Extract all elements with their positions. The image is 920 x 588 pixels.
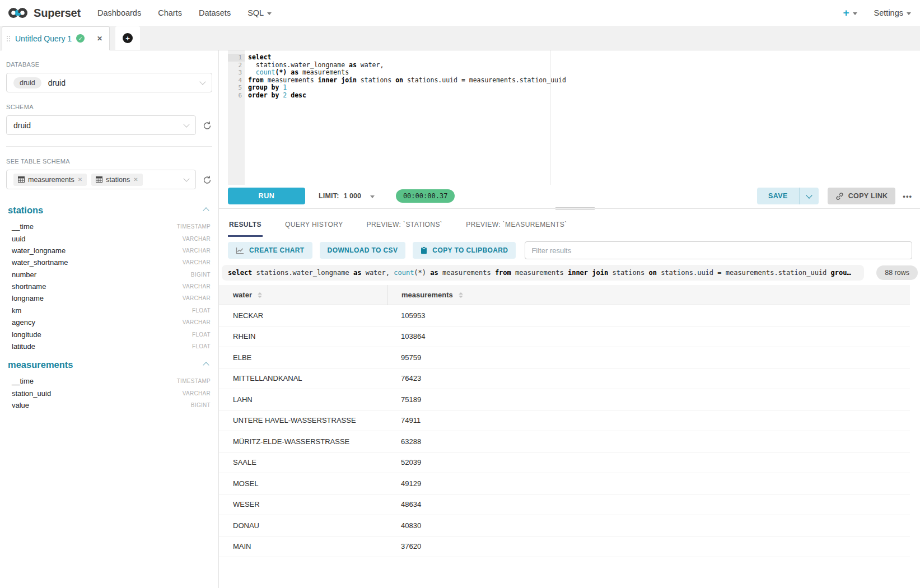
cell-measurements: 49129 (387, 479, 910, 488)
editor-gutter: 123456 (228, 50, 245, 185)
column-row: longitudeFLOAT (6, 328, 212, 340)
table-icon (18, 176, 25, 183)
table-row: UNTERE HAVEL-WASSERSTRASSE74911 (219, 410, 910, 432)
create-chart-button[interactable]: CREATE CHART (228, 242, 312, 259)
column-name: uuid (12, 235, 26, 243)
column-row: longnameVARCHAR (6, 292, 212, 304)
nav-item-sql[interactable]: SQL (247, 8, 272, 17)
cell-water: RHEIN (219, 332, 387, 340)
tab-preview-stations[interactable]: PREVIEW: `STATIONS` (366, 215, 444, 237)
chevron-down-icon (267, 12, 272, 15)
table-chip-stations[interactable]: stations ✕ (91, 174, 142, 186)
chevron-down-icon (907, 12, 911, 15)
nav-item-datasets[interactable]: Datasets (199, 8, 231, 17)
column-row: water_shortnameVARCHAR (6, 256, 212, 268)
column-row: uuidVARCHAR (6, 232, 212, 244)
superset-logo[interactable]: Superset (7, 6, 81, 20)
column-type: VARCHAR (183, 259, 211, 265)
schema-value: druid (13, 121, 31, 130)
close-tab-icon[interactable]: ✕ (97, 35, 102, 43)
collapse-icon[interactable] (203, 362, 209, 368)
column-type: TIMESTAMP (177, 223, 211, 230)
remove-chip-icon[interactable]: ✕ (133, 176, 138, 183)
column-name: __time (12, 377, 34, 385)
column-header-measurements[interactable]: measurements (387, 285, 910, 305)
chevron-down-icon (199, 78, 206, 85)
column-row: station_uuidVARCHAR (6, 388, 212, 399)
cell-measurements: 52039 (387, 458, 910, 466)
editor-toolbar: RUN LIMIT: 1 000 00:00:00.37 SAVE (219, 185, 920, 207)
refresh-schema-icon[interactable] (202, 120, 212, 130)
drag-handle-icon[interactable] (7, 36, 10, 41)
cell-water: DONAU (219, 521, 387, 530)
table-chips: measurements ✕ stations ✕ (13, 174, 143, 186)
column-row: numberBIGINT (6, 269, 212, 281)
query-summary-row: select stations.water_longname as water,… (219, 264, 920, 285)
query-tabstrip: Untitled Query 1 ✓ ✕ + (0, 26, 920, 50)
results-table-body: NECKAR105953RHEIN103864ELBE95759MITTELLA… (219, 305, 910, 588)
cell-water: MAIN (219, 542, 387, 550)
cell-water: MITTELLANDKANAL (219, 374, 387, 382)
column-type: VARCHAR (183, 248, 211, 254)
column-name: station_uuid (12, 389, 51, 398)
save-split-button: SAVE (757, 188, 819, 204)
database-select[interactable]: druid druid (6, 73, 212, 92)
save-button[interactable]: SAVE (757, 188, 799, 204)
column-header-water[interactable]: water (219, 285, 387, 305)
column-type: FLOAT (192, 307, 211, 314)
column-row: __timeTIMESTAMP (6, 221, 212, 232)
stations-header[interactable]: stations (6, 205, 212, 216)
tab-query-history[interactable]: QUERY HISTORY (284, 215, 344, 237)
filter-results-input[interactable] (525, 241, 912, 259)
table-row: SAALE52039 (219, 452, 910, 474)
code-line: select (248, 54, 920, 62)
table-select[interactable]: measurements ✕ stations ✕ (6, 170, 196, 189)
brand-name: Superset (34, 7, 81, 20)
results-table: water measurements NECKAR105953RHEIN1038… (219, 285, 910, 588)
column-type: FLOAT (192, 343, 211, 349)
settings-menu[interactable]: Settings (874, 8, 911, 17)
cell-water: UNTERE HAVEL-WASSERSTRASSE (219, 416, 387, 424)
collapse-icon[interactable] (203, 207, 209, 213)
stations-columns: __timeTIMESTAMPuuidVARCHARwater_longname… (6, 221, 212, 352)
sort-icon[interactable] (459, 292, 463, 298)
line-number: 6 (228, 92, 245, 100)
line-number: 1 (228, 54, 245, 62)
chevron-down-icon (183, 175, 189, 181)
column-name: __time (12, 222, 34, 231)
cell-water: SAALE (219, 458, 387, 466)
pane-splitter[interactable] (219, 207, 920, 211)
add-tab-button[interactable]: + (115, 26, 140, 50)
column-row: __timeTIMESTAMP (6, 375, 212, 387)
refresh-tables-icon[interactable] (202, 175, 212, 185)
remove-chip-icon[interactable]: ✕ (78, 176, 82, 183)
table-chip-measurements[interactable]: measurements ✕ (13, 174, 87, 186)
schema-select[interactable]: druid (6, 115, 196, 135)
chevron-down-icon (806, 192, 812, 198)
code-line: group by 1 (248, 84, 920, 92)
column-row: latitudeFLOAT (6, 340, 212, 352)
code-line: order by 2 desc (248, 92, 920, 100)
sort-icon[interactable] (258, 292, 262, 298)
editor-code[interactable]: select stations.water_longname as water,… (248, 54, 920, 99)
tab-untitled-query-1[interactable]: Untitled Query 1 ✓ ✕ (2, 26, 110, 50)
copy-clipboard-button[interactable]: COPY TO CLIPBOARD (413, 242, 516, 259)
limit-dropdown[interactable]: LIMIT: 1 000 (319, 192, 375, 200)
run-button[interactable]: RUN (228, 188, 305, 204)
new-menu-button[interactable]: + (843, 7, 857, 19)
measurements-header[interactable]: measurements (6, 360, 212, 370)
results-pane: RESULTS QUERY HISTORY PREVIEW: `STATIONS… (219, 211, 920, 588)
download-csv-button[interactable]: DOWNLOAD TO CSV (320, 242, 406, 259)
more-actions-button[interactable]: ••• (903, 192, 912, 200)
nav-item-dashboards[interactable]: Dashboards (97, 8, 141, 17)
splitter-handle-icon[interactable] (555, 207, 595, 210)
sql-editor[interactable]: 123456 select stations.water_longname as… (219, 50, 920, 185)
query-preview[interactable]: select stations.water_longname as water,… (222, 265, 864, 281)
copy-link-button[interactable]: COPY LINK (828, 188, 896, 204)
save-options-button[interactable] (800, 188, 819, 204)
cell-measurements: 75189 (387, 395, 910, 404)
sqllab-sidebar: DATABASE druid druid SCHEMA druid (0, 50, 219, 588)
nav-item-charts[interactable]: Charts (158, 8, 182, 17)
tab-preview-measurements[interactable]: PREVIEW: `MEASUREMENTS` (465, 215, 568, 237)
tab-results[interactable]: RESULTS (228, 215, 263, 237)
